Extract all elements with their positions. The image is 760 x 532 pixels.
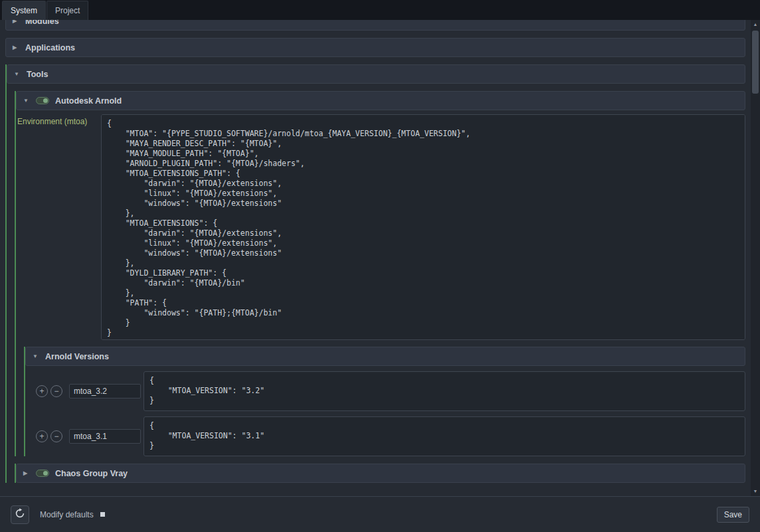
- collapsed-arrow-icon: ▶: [13, 20, 19, 24]
- section-tools-body: ▼ Autodesk Arnold Environment (mtoa) { "…: [7, 91, 745, 483]
- tab-system[interactable]: System: [2, 1, 46, 20]
- section-applications-label: Applications: [25, 43, 75, 52]
- modify-defaults-checkbox[interactable]: [100, 512, 105, 517]
- group-chaos-group-vray-label: Chaos Group Vray: [55, 469, 128, 478]
- remove-item-button[interactable]: −: [50, 430, 62, 442]
- section-tools: ▼ Tools ▼ Autodesk Arnold Environment (m…: [5, 64, 745, 483]
- group-arnold-versions-label: Arnold Versions: [45, 352, 109, 361]
- add-item-button[interactable]: +: [36, 430, 48, 442]
- group-arnold-versions: ▼ Arnold Versions + − { "MTOA_VERSION": …: [24, 347, 745, 456]
- section-modules: ▶ Modules: [5, 20, 745, 31]
- group-arnold-versions-header[interactable]: ▼ Arnold Versions: [25, 347, 745, 366]
- group-chaos-group-vray-header[interactable]: ▶ Chaos Group Vray: [16, 464, 745, 483]
- tab-project[interactable]: Project: [47, 1, 88, 20]
- environment-label: Environment (mtoa): [17, 114, 98, 340]
- tab-bar: System Project: [0, 0, 760, 20]
- settings-scroll-content: ▶ Modules ▶ Applications ▼ Tools ▼: [0, 20, 751, 483]
- version-key-input[interactable]: [69, 384, 141, 399]
- collapsed-arrow-icon: ▶: [13, 44, 19, 50]
- group-autodesk-arnold-label: Autodesk Arnold: [55, 96, 122, 106]
- version-row: + − { "MTOA_VERSION": "3.1" }: [25, 416, 745, 456]
- footer-bar: Modify defaults Save: [0, 496, 760, 532]
- scrollbar-thumb[interactable]: [752, 31, 759, 94]
- arnold-enabled-toggle-icon[interactable]: [36, 97, 49, 104]
- refresh-button[interactable]: [11, 505, 29, 524]
- add-item-button[interactable]: +: [36, 385, 48, 397]
- version-json-editor[interactable]: { "MTOA_VERSION": "3.2" }: [143, 371, 745, 411]
- version-row: + − { "MTOA_VERSION": "3.2" }: [25, 371, 745, 411]
- section-modules-label: Modules: [25, 20, 59, 26]
- version-key-input[interactable]: [69, 429, 141, 444]
- expanded-arrow-icon: ▼: [33, 353, 39, 359]
- group-chaos-group-vray: ▶ Chaos Group Vray: [15, 464, 745, 483]
- vray-enabled-toggle-icon[interactable]: [36, 470, 49, 477]
- modify-defaults-label: Modify defaults: [40, 510, 94, 519]
- save-button[interactable]: Save: [717, 507, 749, 523]
- settings-content: ▶ Modules ▶ Applications ▼ Tools ▼: [0, 20, 751, 496]
- version-row-buttons: + −: [25, 385, 66, 397]
- expanded-arrow-icon: ▼: [14, 71, 21, 77]
- expanded-arrow-icon: ▼: [23, 98, 30, 104]
- refresh-icon: [15, 508, 25, 521]
- section-applications-header[interactable]: ▶ Applications: [5, 38, 745, 57]
- environment-json-editor[interactable]: { "MTOA": "{PYPE_STUDIO_SOFTWARE}/arnold…: [101, 114, 745, 340]
- environment-row: Environment (mtoa) { "MTOA": "{PYPE_STUD…: [16, 110, 745, 347]
- section-tools-header[interactable]: ▼ Tools: [7, 64, 745, 84]
- remove-item-button[interactable]: −: [50, 385, 62, 397]
- collapsed-arrow-icon: ▶: [23, 470, 30, 476]
- version-json-editor[interactable]: { "MTOA_VERSION": "3.1" }: [143, 416, 745, 456]
- scroll-down-arrow-icon[interactable]: ▼: [751, 487, 760, 496]
- group-autodesk-arnold: ▼ Autodesk Arnold Environment (mtoa) { "…: [15, 91, 745, 456]
- section-tools-label: Tools: [27, 70, 48, 79]
- scroll-up-arrow-icon[interactable]: ▲: [751, 20, 760, 29]
- section-applications: ▶ Applications: [5, 38, 745, 57]
- vertical-scrollbar: ▲ ▼: [751, 20, 760, 496]
- version-row-buttons: + −: [25, 430, 66, 442]
- group-autodesk-arnold-header[interactable]: ▼ Autodesk Arnold: [16, 91, 745, 110]
- section-modules-header[interactable]: ▶ Modules: [5, 20, 745, 31]
